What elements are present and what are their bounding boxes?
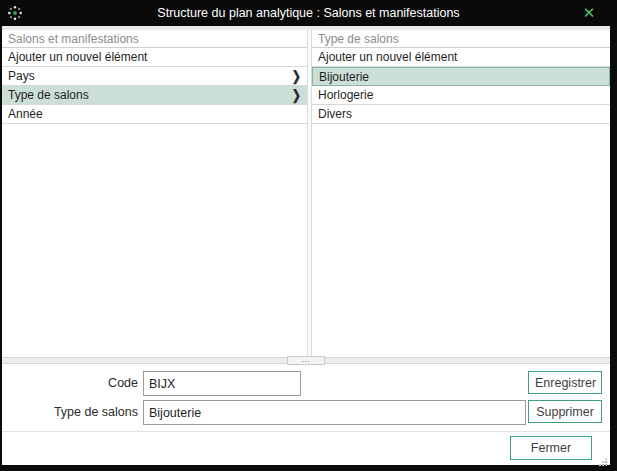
code-label: Code — [2, 371, 138, 396]
dialog-window: Structure du plan analytique : Salons et… — [0, 0, 617, 471]
dialog-content: Salons et manifestations Ajouter un nouv… — [2, 26, 610, 465]
left-list-header-label: Salons et manifestations — [8, 32, 139, 46]
close-dialog-button[interactable]: Fermer — [510, 436, 592, 460]
list-item-type-de-salons[interactable]: Type de salons ❯ — [2, 86, 307, 105]
footer-divider — [2, 431, 610, 432]
save-button[interactable]: Enregistrer — [528, 371, 602, 394]
chevron-right-icon: ❯ — [292, 68, 301, 84]
list-item-pays[interactable]: Pays ❯ — [2, 67, 307, 86]
left-list-header: Salons et manifestations — [2, 30, 307, 48]
chevron-right-icon: ❯ — [292, 87, 301, 103]
list-item-add-new[interactable]: Ajouter un nouvel élément — [312, 48, 610, 67]
list-item-add-new[interactable]: Ajouter un nouvel élément — [2, 48, 307, 67]
right-list-header-label: Type de salons — [318, 32, 399, 46]
type-de-salons-label: Type de salons — [2, 400, 138, 425]
list-item-horlogerie[interactable]: Horlogerie — [312, 86, 610, 105]
close-icon[interactable]: ✕ — [575, 0, 603, 26]
list-item-divers[interactable]: Divers — [312, 105, 610, 124]
left-list-panel: Salons et manifestations Ajouter un nouv… — [2, 30, 307, 124]
splitter-grip-icon[interactable]: … — [287, 356, 325, 365]
titlebar: Structure du plan analytique : Salons et… — [0, 0, 617, 26]
code-field[interactable] — [143, 371, 301, 396]
resize-grip-icon[interactable] — [598, 453, 608, 463]
list-item-bijouterie[interactable]: Bijouterie — [312, 67, 610, 86]
dialog-title: Structure du plan analytique : Salons et… — [0, 0, 617, 26]
horizontal-splitter[interactable]: … — [2, 357, 610, 364]
right-list-panel: Type de salons Ajouter un nouvel élément… — [312, 30, 610, 124]
delete-button[interactable]: Supprimer — [528, 400, 602, 423]
type-de-salons-field[interactable] — [143, 400, 526, 425]
right-list-header: Type de salons — [312, 30, 610, 48]
list-item-annee[interactable]: Année — [2, 105, 307, 124]
